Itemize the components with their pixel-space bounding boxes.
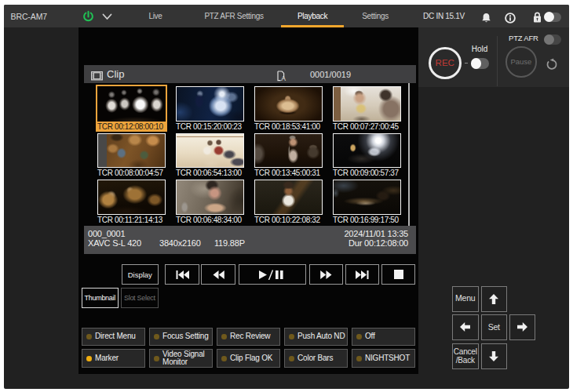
svg-text:A: A <box>281 74 286 82</box>
